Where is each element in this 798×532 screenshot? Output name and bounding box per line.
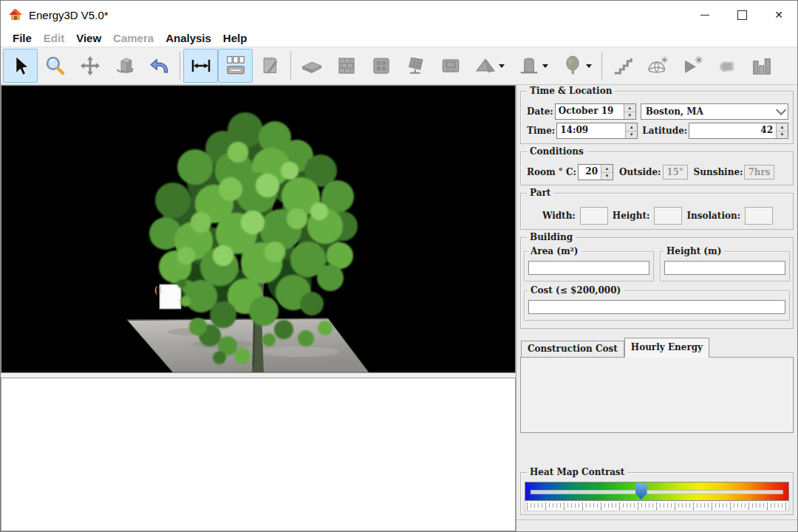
annotation-mode-button[interactable] <box>183 49 218 83</box>
building-cost-field[interactable] <box>528 300 785 314</box>
foundation-slab-icon <box>301 55 323 77</box>
room-temp-value[interactable]: 20 <box>579 165 601 180</box>
window-title: Energy3D V5.0* <box>29 9 109 21</box>
bottom-strip <box>516 519 797 531</box>
height-label: Height (m) <box>664 246 724 256</box>
toolbar: 88 <box>1 47 797 85</box>
time-value[interactable]: 14:09 <box>557 123 625 138</box>
door-button <box>511 49 555 83</box>
solar-panel-icon <box>405 55 427 77</box>
cost-label: Cost (≤ $200,000) <box>528 285 624 296</box>
chevron-down-icon <box>776 105 786 115</box>
preview-pages-button[interactable] <box>218 49 253 83</box>
preview-pages-icon <box>225 55 247 77</box>
menu-view[interactable]: View <box>70 32 107 44</box>
zoom-magnifier-icon <box>44 55 66 77</box>
latitude-spinner[interactable]: 42 ▲▼ <box>689 123 788 139</box>
toolbar-separator <box>180 52 180 80</box>
date-value[interactable]: October 19 <box>556 104 624 119</box>
menu-camera: Camera <box>107 32 160 44</box>
zoom-button[interactable] <box>38 49 72 83</box>
tab-construction-cost[interactable]: Construction Cost <box>521 341 624 358</box>
tree-icon <box>562 55 584 77</box>
graph-tabs: Construction Cost Hourly Energy <box>520 338 794 358</box>
time-location-group: Time & Location Date: October 19 ▲▼ Bost… <box>520 91 794 144</box>
toolbar-separator <box>601 52 602 80</box>
conditions-group: Conditions Room ° C: 20 ▲▼ Outside: 15° … <box>520 151 794 185</box>
spinner-down-icon[interactable]: ▼ <box>777 132 788 139</box>
hourly-energy-panel <box>520 357 794 433</box>
spinner-down-icon[interactable]: ▼ <box>601 173 613 180</box>
heatmap-slider-ticks <box>525 501 789 511</box>
city-buildings-icon <box>751 55 773 77</box>
select-button[interactable] <box>3 49 38 83</box>
wall-button <box>329 49 364 83</box>
building-cost-subgroup: Cost (≤ $200,000) <box>524 290 790 321</box>
menu-bar: File Edit View Camera Analysis Help <box>1 29 797 47</box>
window-panes-icon <box>370 55 392 77</box>
building-area-field[interactable] <box>528 261 649 275</box>
energy3d-app-icon <box>8 8 23 21</box>
room-temp-spinner[interactable]: 20 ▲▼ <box>578 164 613 180</box>
output-panel[interactable] <box>1 378 516 531</box>
title-bar: Energy3D V5.0* ✕ <box>1 1 797 29</box>
buildings-button <box>744 49 779 83</box>
chevron-down-icon[interactable] <box>499 64 505 68</box>
spinner-up-icon[interactable]: ▲ <box>626 123 637 132</box>
rotate-button[interactable] <box>107 49 142 83</box>
city-combobox[interactable]: Boston, MA <box>641 103 788 120</box>
time-label: Time: <box>525 126 556 136</box>
building-height-field[interactable] <box>664 261 785 275</box>
note-button <box>253 49 287 83</box>
minimize-button[interactable] <box>686 1 723 29</box>
heatmap-contrast-group: Heat Map Contrast <box>520 472 794 515</box>
part-insolation-label: Insolation: <box>685 211 742 221</box>
chevron-down-icon[interactable] <box>542 64 548 68</box>
steps-button <box>605 49 640 83</box>
part-height-field <box>654 207 682 225</box>
menu-file[interactable]: File <box>7 32 38 44</box>
date-label: Date: <box>525 106 555 117</box>
spinner-down-icon[interactable]: ▼ <box>626 132 637 139</box>
animate-sun-button <box>675 49 709 83</box>
spinner-down-icon[interactable]: ▼ <box>624 112 635 120</box>
chevron-down-icon[interactable] <box>586 64 592 68</box>
close-icon: ✕ <box>774 10 783 20</box>
menu-analysis[interactable]: Analysis <box>160 32 217 44</box>
date-spinner[interactable]: October 19 ▲▼ <box>555 103 636 120</box>
spinner-up-icon[interactable]: ▲ <box>601 165 613 173</box>
maximize-button[interactable] <box>723 1 760 29</box>
heliodon-button <box>640 49 675 83</box>
animate-sun-icon <box>681 55 703 77</box>
sensor-display-icon: 88 <box>440 55 462 77</box>
roof-button <box>468 49 511 83</box>
pan-arrows-icon <box>79 55 101 77</box>
building-area-subgroup: Area (m²) <box>524 251 654 282</box>
city-value: Boston, MA <box>646 106 703 117</box>
undo-button[interactable] <box>142 49 177 83</box>
menu-help[interactable]: Help <box>217 32 253 44</box>
group-title: Heat Map Contrast <box>527 467 627 477</box>
heatmap-gradient-track[interactable] <box>525 482 789 501</box>
outside-temp-label: Outside: <box>618 167 663 177</box>
annotation-ruler-icon <box>190 55 212 77</box>
group-title: Part <box>527 188 553 198</box>
time-spinner[interactable]: 14:09 ▲▼ <box>556 123 638 139</box>
scene-note-label: (1 <box>154 285 163 296</box>
group-title: Time & Location <box>527 86 615 96</box>
viewport-3d[interactable]: (1 <box>1 85 516 373</box>
spinner-up-icon[interactable]: ▲ <box>777 123 788 132</box>
undo-arrow-icon <box>149 55 171 77</box>
spinner-up-icon[interactable]: ▲ <box>624 104 635 112</box>
3d-scene-canvas[interactable]: (1 <box>1 86 515 372</box>
latitude-value[interactable]: 42 <box>689 123 776 138</box>
close-button[interactable]: ✕ <box>760 1 797 29</box>
app-window: Energy3D V5.0* ✕ File Edit View Camera A… <box>0 0 798 532</box>
part-insolation-field <box>745 207 773 225</box>
sunshine-label: Sunshine: <box>692 167 745 177</box>
pan-button[interactable] <box>72 49 107 83</box>
part-group: Part Width: Height: Insolation: <box>520 193 794 230</box>
heatmap-slider-thumb[interactable] <box>635 483 647 499</box>
tab-hourly-energy[interactable]: Hourly Energy <box>624 338 709 358</box>
part-width-field <box>580 207 608 225</box>
